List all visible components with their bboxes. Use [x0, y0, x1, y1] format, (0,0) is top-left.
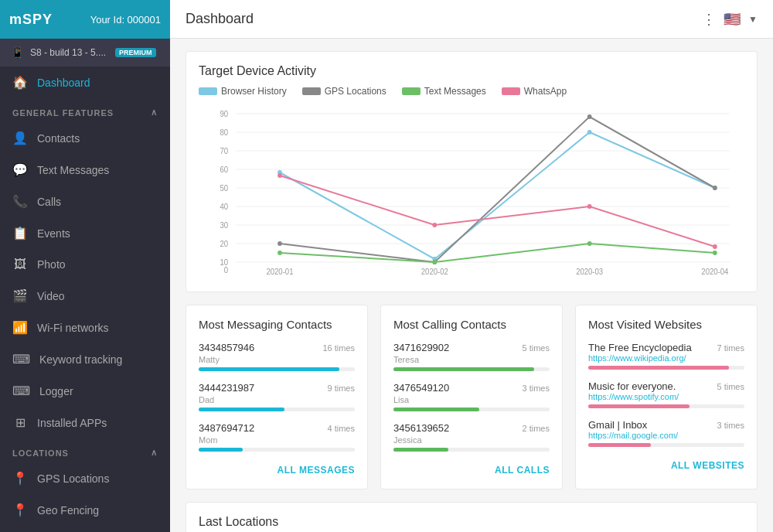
sidebar-label-keyword: Keyword tracking: [39, 353, 122, 366]
calling-contacts-card: Most Calling Contacts 3471629902 5 times…: [380, 305, 563, 489]
activity-chart-card: Target Device Activity Browser History G…: [186, 51, 758, 292]
sidebar-label-contacts: Contacts: [37, 132, 80, 145]
contact-name: Matty: [199, 355, 355, 364]
all-messages-link[interactable]: ALL MESSAGES: [278, 465, 355, 476]
sidebar-label-wifi: Wi-Fi networks: [37, 322, 109, 334]
contact-name: Jessica: [393, 435, 550, 445]
chevron-down-icon[interactable]: ▼: [748, 14, 758, 25]
more-options-icon[interactable]: ⋮: [702, 11, 716, 28]
flag-icon[interactable]: 🇺🇸: [724, 11, 741, 28]
sidebar-item-contacts[interactable]: 👤 Contacts: [0, 122, 170, 154]
website-url[interactable]: https://www.wikipedia.org/: [588, 353, 692, 363]
svg-text:90: 90: [220, 110, 229, 118]
legend-browser: Browser History: [199, 86, 287, 97]
all-calls-link[interactable]: ALL CALLS: [495, 465, 550, 476]
sidebar-item-calls[interactable]: 📞 Calls: [0, 186, 170, 217]
section-general-features: GENERAL FEATURES ∧: [0, 98, 170, 122]
svg-point-38: [713, 244, 717, 249]
legend-sms: Text Messages: [402, 86, 486, 97]
website-url[interactable]: https://mail.google.com/: [588, 431, 678, 440]
websites-card-title: Most Visited Websites: [588, 318, 744, 331]
website-2: Music for everyone. https://www.spotify.…: [588, 380, 744, 408]
chart-legend: Browser History GPS Locations Text Messa…: [199, 86, 744, 97]
legend-gps-label: GPS Locations: [325, 86, 386, 97]
contact-times: 2 times: [523, 424, 550, 433]
contacts-icon: 👤: [12, 131, 28, 145]
svg-point-37: [587, 204, 592, 209]
video-icon: 🎬: [12, 288, 28, 303]
website-url[interactable]: https://www.spotify.com/: [588, 392, 679, 401]
contact-number: 3471629902: [393, 342, 449, 353]
calling-contact-2: 3476549120 3 times Lisa: [393, 382, 550, 411]
svg-text:0: 0: [224, 266, 229, 275]
all-websites-link[interactable]: ALL WEBSITES: [671, 460, 744, 471]
message-icon: 💬: [12, 162, 28, 177]
geo-icon: 📍: [12, 503, 28, 517]
svg-text:40: 40: [220, 203, 229, 211]
website-desc: Gmail | Inbox: [588, 419, 678, 431]
sidebar-item-dashboard[interactable]: 🏠 Dashboard: [0, 66, 170, 98]
contact-number: 3476549120: [393, 382, 449, 394]
sidebar-item-geo[interactable]: 📍 Geo Fencing: [0, 494, 170, 526]
svg-point-25: [587, 130, 592, 135]
contact-name: Lisa: [393, 395, 550, 404]
calling-contact-3: 3456139652 2 times Jessica: [393, 422, 550, 452]
topbar-right: ⋮ 🇺🇸 ▼: [702, 11, 758, 28]
contact-number: 3487694712: [199, 422, 254, 434]
sidebar-item-video[interactable]: 🎬 Video: [0, 280, 170, 312]
logger-icon: ⌨: [12, 384, 30, 398]
sidebar-item-logger[interactable]: ⌨ Logger: [0, 375, 170, 407]
content-area: Target Device Activity Browser History G…: [170, 39, 773, 532]
calling-card-title: Most Calling Contacts: [393, 318, 550, 331]
cards-row: Most Messaging Contacts 3434857946 16 ti…: [186, 305, 758, 489]
android-icon: 📱: [11, 46, 24, 59]
sidebar-item-events[interactable]: 📋 Events: [0, 217, 170, 249]
sidebar-item-wifi[interactable]: 📶 Wi-Fi networks: [0, 312, 170, 343]
home-icon: 🏠: [12, 75, 28, 90]
svg-text:30: 30: [220, 221, 229, 230]
premium-badge: PREMIUM: [115, 48, 156, 57]
svg-text:20: 20: [220, 240, 229, 248]
sidebar-item-photo[interactable]: 🖼 Photo: [0, 249, 170, 280]
website-3: Gmail | Inbox https://mail.google.com/ 3…: [588, 419, 744, 447]
contact-number: 3434857946: [199, 342, 254, 353]
messaging-contact-2: 3444231987 9 times Dad: [199, 382, 355, 411]
contact-times: 4 times: [328, 424, 355, 433]
svg-text:80: 80: [220, 128, 229, 137]
sidebar-item-apps[interactable]: ⊞ Installed APPs: [0, 407, 170, 438]
sidebar-item-text-messages[interactable]: 💬 Text Messages: [0, 154, 170, 186]
logo: mSPY: [9, 12, 53, 28]
gps-legend-color: [302, 87, 321, 95]
svg-text:2020-02: 2020-02: [421, 268, 448, 276]
svg-text:2020-03: 2020-03: [576, 268, 603, 276]
sidebar-label-video: Video: [37, 290, 65, 302]
sidebar-label-photo: Photo: [37, 258, 66, 271]
legend-gps: GPS Locations: [302, 86, 386, 97]
sidebar-label-text-messages: Text Messages: [37, 164, 109, 176]
legend-whatsapp: WhatsApp: [502, 86, 567, 97]
sidebar-label-gps: GPS Locations: [37, 472, 109, 485]
svg-point-35: [278, 173, 282, 178]
svg-text:2020-01: 2020-01: [266, 268, 293, 276]
messaging-contacts-card: Most Messaging Contacts 3434857946 16 ti…: [186, 305, 368, 489]
contact-number: 3444231987: [199, 382, 254, 394]
sidebar-label-events: Events: [37, 227, 70, 240]
user-id: Your Id: 000001: [90, 14, 161, 26]
topbar: Dashboard ⋮ 🇺🇸 ▼: [170, 0, 773, 39]
events-icon: 📋: [12, 226, 28, 240]
sidebar-item-keyword[interactable]: ⌨ Keyword tracking: [0, 343, 170, 375]
contact-name: Mom: [199, 435, 355, 445]
svg-point-33: [587, 241, 592, 246]
sidebar-item-gps[interactable]: 📍 GPS Locations: [0, 462, 170, 494]
svg-text:70: 70: [220, 147, 229, 155]
last-locations-title: Last Locations: [199, 515, 744, 529]
legend-browser-label: Browser History: [221, 86, 287, 97]
sidebar-header: mSPY Your Id: 000001: [0, 0, 170, 39]
chart-title: Target Device Activity: [199, 64, 744, 78]
contact-times: 5 times: [523, 343, 550, 353]
svg-point-31: [278, 251, 282, 255]
messaging-card-title: Most Messaging Contacts: [199, 318, 355, 331]
svg-point-30: [713, 186, 717, 190]
svg-point-27: [278, 241, 282, 246]
website-times: 5 times: [717, 382, 744, 391]
